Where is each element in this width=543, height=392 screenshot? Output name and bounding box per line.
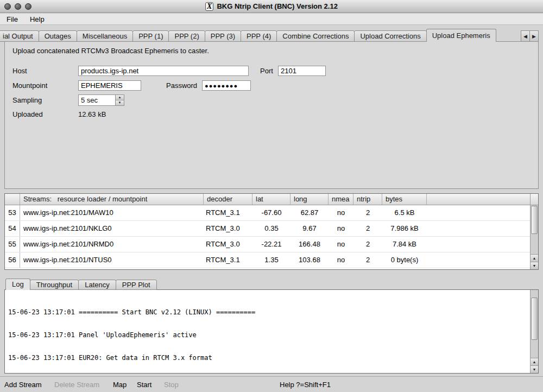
log-output-panel[interactable]: 15-06-23 13:17:01 ========== Start BNC v… [4,289,539,374]
cell-mountpoint: www.igs-ip.net:2101/MAW10 [20,205,204,220]
tab-outages[interactable]: Outages [39,30,77,42]
bottom-action-bar: Add Stream Delete Stream Map Start Stop … [0,376,543,392]
port-input[interactable] [278,66,326,76]
menu-help[interactable]: Help [30,15,45,23]
tab-latency[interactable]: Latency [78,280,116,290]
cell-mountpoint: www.igs-ip.net:2101/NKLG0 [20,221,204,236]
close-window-icon[interactable] [4,3,11,10]
cell-bytes: 6.5 kB [382,205,427,220]
streams-table: Streams: resource loader / mountpoint de… [4,193,539,270]
cell-mountpoint: www.igs-ip.net:2101/NTUS0 [20,252,204,268]
window-title: BKG Ntrip Client (BNC) Version 2.12 [217,2,337,10]
cell-nmea: no [329,221,353,236]
x11-app-icon: X [205,2,213,11]
header-ntrip[interactable]: ntrip [353,194,382,205]
port-label: Port [260,67,273,75]
mountpoint-input[interactable] [78,80,141,91]
password-input[interactable] [202,80,251,91]
tab-ppp-plot[interactable]: PPP Plot [116,280,157,290]
tab-ppp-4[interactable]: PPP (4) [241,30,277,42]
sampling-spin-buttons: ▲ ▼ [115,95,124,105]
tab-combine-corrections[interactable]: Combine Corrections [276,30,355,42]
uploaded-label: Uploaded [12,110,43,118]
scroll-down-icon[interactable]: ▼ [531,365,538,373]
sampling-value: 5 sec [79,95,115,105]
map-button[interactable]: Map [113,381,127,389]
add-stream-button[interactable]: Add Stream [4,381,42,389]
cell-lat: 0.35 [252,221,291,236]
password-label: Password [166,81,197,90]
scrollbar-thumb[interactable] [531,206,538,234]
table-row[interactable]: 56 www.igs-ip.net:2101/NTUS0 RTCM_3.1 1.… [5,252,538,268]
log-line: 15-06-23 13:17:01 Panel 'UploadEphemeris… [8,331,528,339]
tab-ppp-2[interactable]: PPP (2) [168,30,205,42]
upload-ephemeris-panel: Upload concatenated RTCMv3 Broadcast Eph… [4,41,539,189]
row-number: 55 [5,237,20,252]
cell-decoder: RTCM_3.1 [204,252,252,268]
scroll-up-icon[interactable]: ▲ [531,358,538,365]
header-long[interactable]: long [291,194,329,205]
cell-mountpoint: www.igs-ip.net:2101/NRMD0 [20,237,204,252]
cell-long: 9.67 [291,221,329,236]
cell-decoder: RTCM_3.0 [204,221,252,236]
cell-nmea: no [329,237,353,252]
tab-ppp-3[interactable]: PPP (3) [205,30,241,42]
tab-scroll-buttons: ◀ ▶ [521,30,539,42]
scroll-up-icon[interactable]: ▲ [531,254,538,262]
tab-miscellaneous[interactable]: Miscellaneous [77,30,133,42]
sampling-spinbox[interactable]: 5 sec ▲ ▼ [78,94,124,106]
cell-long: 62.87 [291,205,329,220]
spin-down-icon[interactable]: ▼ [116,100,124,105]
table-row[interactable]: 55 www.igs-ip.net:2101/NRMD0 RTCM_3.0 -2… [5,237,538,252]
cell-decoder: RTCM_3.1 [204,205,252,220]
header-decoder[interactable]: decoder [204,194,252,205]
tab-scroll-right-icon[interactable]: ▶ [529,30,539,42]
table-row[interactable]: 54 www.igs-ip.net:2101/NKLG0 RTCM_3.0 0.… [5,221,538,237]
table-row[interactable]: 53 www.igs-ip.net:2101/MAW10 RTCM_3.1 -6… [5,205,538,221]
scroll-down-icon[interactable]: ▼ [531,262,538,269]
cell-bytes: 0 byte(s) [382,252,427,268]
streams-scrollbar: ▲ ▼ [530,194,538,269]
header-mountpoint[interactable]: Streams: resource loader / mountpoint [20,194,204,205]
tab-serial-output[interactable]: ial Output [0,30,39,42]
row-number: 54 [5,221,20,236]
log-lines: 15-06-23 13:17:01 ========== Start BNC v… [8,293,528,372]
cell-ntrip: 2 [353,221,382,236]
cell-bytes: 7.84 kB [382,237,427,252]
tab-upload-ephemeris[interactable]: Upload Ephemeris [426,29,496,42]
cell-nmea: no [329,205,353,220]
minimize-window-icon[interactable] [15,3,21,10]
header-nmea[interactable]: nmea [329,194,353,205]
tab-throughput[interactable]: Throughput [30,280,79,290]
header-filler [427,194,538,205]
start-button[interactable]: Start [137,381,151,389]
row-number: 53 [5,205,20,220]
scrollbar-thumb[interactable] [531,298,538,340]
panel-description: Upload concatenated RTCMv3 Broadcast Eph… [12,47,209,55]
log-line: 15-06-23 13:17:01 ========== Start BNC v… [8,308,528,316]
sampling-label: Sampling [12,96,42,104]
cell-ntrip: 2 [353,237,382,252]
menu-bar: File Help [0,14,543,25]
menu-file[interactable]: File [7,15,18,23]
cell-ntrip: 2 [353,252,382,268]
zoom-window-icon[interactable] [25,3,31,10]
uploaded-value: 12.63 kB [78,110,106,118]
scrollbar-corner [531,194,538,205]
log-scrollbar: ▲ ▼ [530,290,538,373]
cell-long: 103.68 [291,252,329,268]
scrollbar-track[interactable] [531,290,538,358]
tab-log[interactable]: Log [5,279,30,290]
tab-ppp-1[interactable]: PPP (1) [132,30,169,42]
cell-decoder: RTCM_3.0 [204,237,252,252]
scrollbar-track[interactable] [531,205,538,254]
tab-scroll-left-icon[interactable]: ◀ [521,30,530,42]
header-bytes[interactable]: bytes [382,194,427,205]
spin-up-icon[interactable]: ▲ [116,95,124,100]
cell-ntrip: 2 [353,205,382,220]
tab-upload-corrections[interactable]: Upload Corrections [354,30,426,42]
cell-long: 166.48 [291,237,329,252]
header-lat[interactable]: lat [252,194,291,205]
title-bar: X BKG Ntrip Client (BNC) Version 2.12 [0,0,543,13]
host-input[interactable] [78,66,249,76]
